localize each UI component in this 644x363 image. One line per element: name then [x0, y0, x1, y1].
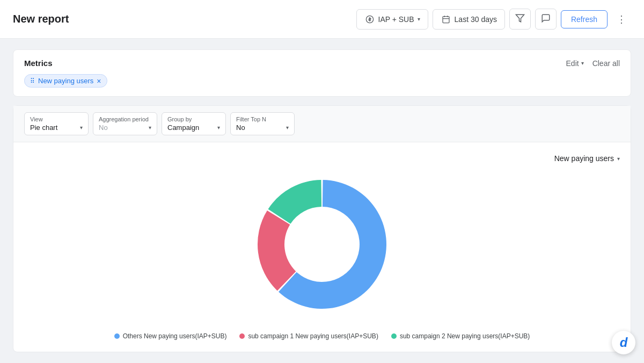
- filter-top-n-label: Filter Top N: [236, 116, 289, 122]
- app-header: New report IAP + SUB ▾ L: [0, 0, 644, 39]
- filter-top-n-select[interactable]: Filter Top N No ▾: [230, 112, 295, 135]
- aggregation-label: Aggregation period: [99, 116, 151, 122]
- more-icon: ⋮: [617, 13, 626, 25]
- chart-card: View Pie chart ▾ Aggregation period No ▾…: [13, 105, 631, 352]
- metrics-title: Metrics: [24, 59, 53, 68]
- metrics-header: Metrics Edit ▾ Clear all: [24, 59, 620, 68]
- edit-label: Edit: [566, 59, 579, 68]
- donut-chart-container: [241, 163, 402, 326]
- refresh-button[interactable]: Refresh: [561, 10, 608, 28]
- refresh-label: Refresh: [571, 15, 597, 24]
- aggregation-value: No: [99, 124, 108, 132]
- aggregation-chevron-icon: ▾: [149, 125, 151, 130]
- legend-label-2: sub campaign 2 New paying users(IAP+SUB): [400, 332, 530, 340]
- legend-label-0: Others New paying users(IAP+SUB): [123, 332, 227, 340]
- main-content: Metrics Edit ▾ Clear all ⠿ New paying us…: [0, 39, 644, 363]
- metrics-card: Metrics Edit ▾ Clear all ⠿ New paying us…: [13, 49, 631, 97]
- metric-tag-label: New paying users: [38, 77, 93, 85]
- group-by-select[interactable]: Group by Campaign ▾: [162, 112, 226, 135]
- metric-tag[interactable]: ⠿ New paying users ×: [24, 74, 107, 88]
- aggregation-select-inner: No ▾: [99, 124, 151, 132]
- chart-area: New paying users ▾ Others New paying use…: [13, 142, 631, 352]
- metrics-actions: Edit ▾ Clear all: [566, 59, 620, 68]
- view-select-inner: Pie chart ▾: [30, 124, 83, 132]
- legend-item-2: sub campaign 2 New paying users(IAP+SUB): [391, 332, 530, 340]
- legend-dot-1: [239, 333, 245, 339]
- date-range-label: Last 30 days: [455, 15, 497, 24]
- group-by-label: Group by: [167, 116, 220, 122]
- view-chevron-icon: ▾: [80, 125, 83, 130]
- logo-badge: d: [612, 331, 635, 354]
- header-actions: IAP + SUB ▾ Last 30 days: [356, 9, 631, 30]
- svg-marker-5: [516, 14, 524, 22]
- legend-item-1: sub campaign 1 New paying users(IAP+SUB): [239, 332, 378, 340]
- tag-remove-button[interactable]: ×: [97, 77, 101, 85]
- clear-all-button[interactable]: Clear all: [592, 59, 620, 68]
- group-by-select-inner: Campaign ▾: [167, 124, 220, 132]
- view-select[interactable]: View Pie chart ▾: [24, 112, 89, 135]
- aggregation-select[interactable]: Aggregation period No ▾: [93, 112, 157, 135]
- date-range-button[interactable]: Last 30 days: [433, 9, 505, 30]
- edit-button[interactable]: Edit ▾: [566, 59, 584, 68]
- chart-metric-label: New paying users: [554, 154, 614, 163]
- legend-label-1: sub campaign 1 New paying users(IAP+SUB): [248, 332, 378, 340]
- controls-row: View Pie chart ▾ Aggregation period No ▾…: [13, 106, 631, 142]
- page-title: New report: [13, 13, 69, 25]
- calendar-icon: [441, 14, 451, 25]
- filter-icon: [515, 13, 525, 25]
- legend-dot-0: [114, 333, 120, 339]
- chart-metric-chevron-icon: ▾: [617, 156, 620, 162]
- group-by-value: Campaign: [167, 124, 199, 132]
- view-label: View: [30, 116, 83, 122]
- filter-button[interactable]: [509, 9, 531, 30]
- logo-icon: d: [620, 335, 628, 350]
- chart-legend: Others New paying users(IAP+SUB) sub cam…: [104, 326, 541, 346]
- clear-all-label: Clear all: [592, 59, 620, 68]
- chart-metric-selector[interactable]: New paying users ▾: [554, 154, 620, 163]
- donut-chart-real: [241, 164, 402, 325]
- view-value: Pie chart: [30, 124, 57, 132]
- comment-button[interactable]: [535, 9, 557, 30]
- iap-sub-label: IAP + SUB: [378, 15, 414, 24]
- dollar-icon: [364, 14, 375, 25]
- more-options-button[interactable]: ⋮: [612, 10, 631, 29]
- iap-chevron-icon: ▾: [418, 16, 420, 22]
- drag-icon: ⠿: [30, 77, 35, 85]
- filter-top-n-select-inner: No ▾: [236, 124, 289, 132]
- legend-dot-2: [391, 333, 397, 339]
- legend-item-0: Others New paying users(IAP+SUB): [114, 332, 227, 340]
- chart-header: New paying users ▾: [13, 148, 631, 163]
- edit-chevron-icon: ▾: [581, 60, 584, 66]
- group-by-chevron-icon: ▾: [217, 125, 220, 130]
- metrics-tags: ⠿ New paying users ×: [24, 74, 620, 88]
- iap-sub-button[interactable]: IAP + SUB ▾: [356, 9, 428, 30]
- filter-top-n-value: No: [236, 124, 245, 132]
- svg-rect-1: [443, 16, 449, 23]
- filter-top-n-chevron-icon: ▾: [286, 125, 289, 130]
- comment-icon: [541, 13, 551, 25]
